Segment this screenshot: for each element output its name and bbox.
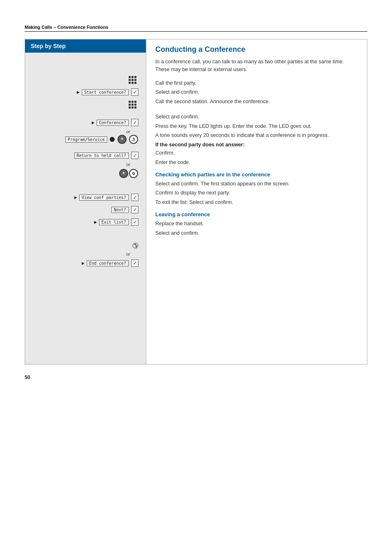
leaving-conference-title: Leaving a conference bbox=[155, 211, 358, 217]
prog-service-row: Program/Service * 3 bbox=[29, 135, 142, 144]
arrow-icon-conference: ► bbox=[91, 120, 95, 125]
handset-row: ✆ bbox=[29, 240, 142, 252]
start-conference-row: ► Start conference? ✓ bbox=[29, 86, 142, 98]
key-3: 3 bbox=[129, 135, 138, 144]
step-tone-sounds: A tone sounds every 20 seconds to indica… bbox=[155, 132, 358, 139]
arrow-icon-exit: ► bbox=[93, 220, 98, 224]
section-header: Making Calls – Convenience Functions bbox=[25, 25, 367, 32]
or-label-1: or bbox=[29, 129, 142, 134]
section-header-text: Making Calls – Convenience Functions bbox=[25, 25, 108, 30]
prog-service-box: Program/Service bbox=[65, 136, 107, 143]
star-zero-row: * 0 bbox=[29, 168, 142, 179]
next-box: Next? bbox=[111, 207, 129, 213]
left-panel-body: ► Start conference? ✓ bbox=[25, 53, 146, 364]
star-key: * bbox=[118, 135, 127, 144]
right-panel: Conducting a Conference In a conference … bbox=[146, 39, 367, 364]
step-call-first: Call the first party. bbox=[155, 79, 358, 87]
conference-check: ✓ bbox=[131, 119, 138, 126]
main-title: Conducting a Conference bbox=[155, 45, 358, 54]
start-conference-box: Start conference? bbox=[82, 89, 129, 95]
or-label-3: or bbox=[29, 252, 142, 257]
exit-list-check: ✓ bbox=[131, 218, 138, 226]
keypad-icon-row-2 bbox=[29, 99, 142, 110]
star-key-2: * bbox=[119, 169, 128, 178]
arrow-icon-start: ► bbox=[76, 90, 81, 95]
step-exit-list: To exit the list: Select and confirm. bbox=[155, 199, 358, 206]
arrow-icon-end: ► bbox=[81, 261, 85, 266]
end-conference-row: ► End conference? ✓ bbox=[29, 257, 142, 269]
keypad-grid-icon-1 bbox=[129, 76, 136, 84]
led-dot bbox=[110, 137, 115, 142]
checking-parties-title: Checking which parties are in the confer… bbox=[155, 171, 358, 178]
step-view-conf: Select and confirm. The first station ap… bbox=[155, 180, 358, 188]
handset-icon: ✆ bbox=[132, 241, 138, 250]
step-confirm-return: Confirm. bbox=[155, 149, 358, 157]
main-layout: Step by Step bbox=[25, 39, 367, 365]
next-row: Next? ✓ bbox=[29, 204, 142, 215]
start-conference-check: ✓ bbox=[131, 88, 138, 96]
key-0: 0 bbox=[129, 169, 138, 178]
end-conference-check: ✓ bbox=[131, 259, 138, 267]
return-held-call-row: Return to held call? ✓ bbox=[29, 150, 142, 161]
second-party-header: If the second party does not answer: bbox=[155, 142, 358, 148]
page-number: 50 bbox=[25, 375, 367, 380]
step-select-confirm-1: Select and confirm. bbox=[155, 88, 358, 96]
view-conf-parties-box: View conf parties? bbox=[79, 194, 129, 201]
conference-box: Conference? bbox=[97, 120, 129, 126]
intro-text: In a conference call, you can talk to as… bbox=[155, 58, 358, 74]
keypad-grid-icon-2 bbox=[129, 101, 136, 109]
view-conf-parties-check: ✓ bbox=[131, 194, 138, 201]
view-conf-parties-row: ► View conf parties? ✓ bbox=[29, 192, 142, 203]
step-call-second: Call the second station. Announce the co… bbox=[155, 98, 358, 106]
keypad-icon-row-1 bbox=[29, 74, 142, 86]
step-replace-handset: Replace the handset. bbox=[155, 220, 358, 228]
left-panel-title: Step by Step bbox=[25, 39, 146, 53]
step-enter-code: Enter the code. bbox=[155, 159, 358, 166]
step-press-key: Press the key. The LED lights up. Enter … bbox=[155, 123, 358, 130]
left-panel: Step by Step bbox=[25, 39, 146, 364]
arrow-icon-view: ► bbox=[74, 195, 78, 200]
step-next-party: Confirm to display the next party. bbox=[155, 189, 358, 197]
exit-list-row: ► Exit list? ✓ bbox=[29, 216, 142, 228]
or-label-2: or bbox=[29, 162, 142, 167]
exit-list-box: Exit list? bbox=[99, 219, 129, 225]
conference-row: ► Conference? ✓ bbox=[29, 117, 142, 128]
step-select-confirm-2: Select and confirm. bbox=[155, 113, 358, 121]
next-check: ✓ bbox=[131, 206, 138, 213]
return-held-call-box: Return to held call? bbox=[74, 153, 129, 159]
end-conference-box: End conference? bbox=[87, 260, 129, 266]
return-held-call-check: ✓ bbox=[131, 152, 138, 159]
step-select-confirm-end: Select and confirm. bbox=[155, 229, 358, 237]
page: Making Calls – Convenience Functions Ste… bbox=[0, 0, 392, 397]
